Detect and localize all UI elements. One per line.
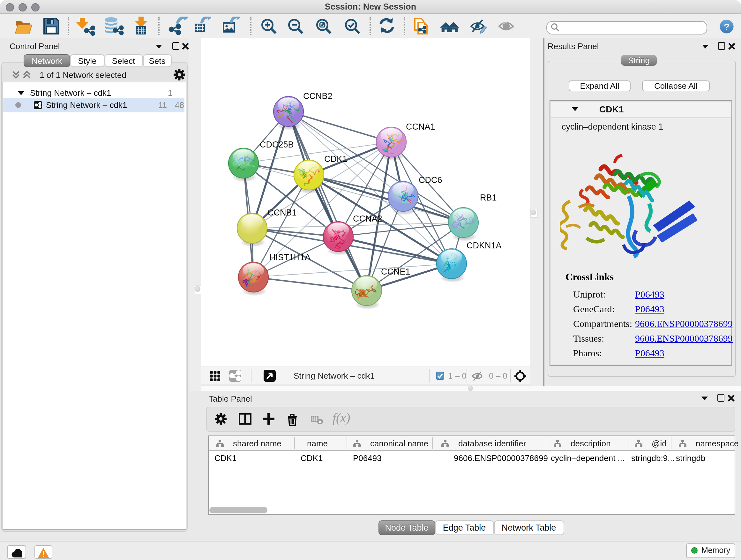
svg-text:CDC25B: CDC25B (260, 140, 294, 149)
svg-text:CCNB1: CCNB1 (267, 208, 297, 217)
svg-text:CCNE1: CCNE1 (381, 267, 410, 276)
svg-text:RB1: RB1 (480, 193, 497, 202)
svg-text:CDC6: CDC6 (419, 175, 442, 185)
svg-text:CDKN1A: CDKN1A (467, 241, 502, 250)
svg-text:HIST1H1A: HIST1H1A (269, 253, 311, 262)
svg-text:CCNB2: CCNB2 (303, 91, 333, 101)
svg-text:CCNA2: CCNA2 (353, 214, 382, 224)
svg-text:CDK1: CDK1 (324, 154, 347, 164)
svg-text:CCNA1: CCNA1 (406, 122, 435, 132)
svg-text:?: ? (724, 21, 729, 32)
